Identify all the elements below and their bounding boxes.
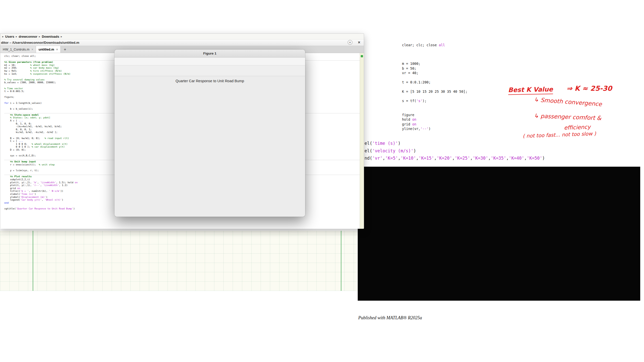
code-line: m = 1000; xyxy=(402,61,467,66)
breadcrumb-separator-icon: ▸ xyxy=(16,35,17,38)
code-line xyxy=(402,57,467,62)
published-note: Published with MATLAB® R2025a xyxy=(358,315,422,321)
figure-titlebar[interactable]: Figure 1 xyxy=(114,50,305,58)
figure1-window: Figure 1 Quarter Car Response to Unit Ro… xyxy=(114,50,305,217)
figure-menubar xyxy=(114,58,305,65)
code-line: K = [5 10 15 20 25 30 35 40 50]; xyxy=(402,89,467,94)
figure-suptitle: Quarter Car Response to Unit Road Bump xyxy=(114,79,305,83)
new-tab-button[interactable]: + xyxy=(61,46,69,53)
editor-title: ditor – /Users/drewconnor/Downloads/unti… xyxy=(1,41,79,44)
breadcrumb: ▸Users▸drewconnor▸Downloads▸ xyxy=(0,34,364,39)
code-line: figure xyxy=(402,113,467,117)
margin-line-left xyxy=(33,231,33,291)
minimize-traffic-light[interactable] xyxy=(123,52,126,55)
screen: clear; clc; close all m = 1000;b = 50;vr… xyxy=(0,0,644,362)
breadcrumb-separator-icon: ▸ xyxy=(61,35,62,38)
code-line: hold on xyxy=(402,117,467,122)
annotation-best-k: Best K Value xyxy=(508,85,553,95)
breadcrumb-separator-icon: ▸ xyxy=(2,35,4,38)
code-line: t = 0:0.1:200; xyxy=(402,80,467,85)
code-line: s = tf('s'); xyxy=(402,99,467,103)
code-line xyxy=(402,94,467,99)
annotation-smooth-convergence: ↳ Smooth convergence xyxy=(534,96,602,108)
breadcrumb-item[interactable]: drewconnor xyxy=(19,35,37,38)
code-line: clear; clc; close all xyxy=(402,43,467,48)
annotation-efficiency: efficiency xyxy=(564,124,591,131)
tab-label: untitled.m xyxy=(38,48,54,51)
figure-canvas: Quarter Car Response to Unit Road Bump xyxy=(114,76,305,217)
indicator-strip xyxy=(360,53,364,229)
tab-label: HW_1_Controls.m xyxy=(3,48,29,51)
subplot-b2000 xyxy=(208,84,284,147)
subplot-b15000 xyxy=(208,147,284,210)
code-line xyxy=(402,85,467,89)
code-line xyxy=(402,52,467,57)
code-ok-indicator xyxy=(361,55,363,57)
breadcrumb-separator-icon: ▸ xyxy=(39,35,41,38)
collapse-panel-icon[interactable]: ▾ xyxy=(348,40,352,45)
close-icon[interactable]: × xyxy=(358,40,360,45)
margin-line-right xyxy=(341,231,341,291)
code-line: b = 50; xyxy=(402,66,467,71)
figure-title: Figure 1 xyxy=(203,52,217,55)
editor-titlebar: ditor – /Users/drewconnor/Downloads/unti… xyxy=(0,39,364,46)
published-code-block: clear; clc; close all m = 1000;b = 50;vr… xyxy=(402,43,467,131)
breadcrumb-item[interactable]: Users xyxy=(5,35,14,38)
code-line: vr = 40; xyxy=(402,71,467,75)
breadcrumb-item[interactable]: Downloads xyxy=(42,35,59,38)
velocity-chart xyxy=(358,167,640,301)
code-line: grid on xyxy=(402,122,467,127)
graph-paper xyxy=(0,231,357,291)
velocity-figure-image xyxy=(358,167,640,301)
code-line xyxy=(402,108,467,113)
annotation-passenger-comfort: ↳ passenger comfort & xyxy=(534,112,601,121)
annotation-k-range: ⇒ K ≈ 25-30 xyxy=(567,84,612,92)
code-line xyxy=(402,48,467,52)
zoom-traffic-light[interactable] xyxy=(128,52,131,55)
code-line: el('velocity (m/s)') xyxy=(365,147,545,155)
editor-tab[interactable]: HW_1_Controls.m× xyxy=(0,46,36,53)
subplot-b500 xyxy=(126,83,201,146)
published-code-labels-block: el('time (s)')el('velocity (m/s)')nd('vr… xyxy=(365,140,545,162)
code-line xyxy=(402,75,467,80)
annotation-not-too-fast: ( not too fast... not too slow ) xyxy=(523,130,596,139)
close-traffic-light[interactable] xyxy=(117,52,121,55)
subplot-b8000 xyxy=(126,147,201,210)
code-line xyxy=(402,103,467,108)
code-line: yline(vr,'--') xyxy=(402,126,467,131)
tab-close-icon[interactable]: × xyxy=(31,48,33,51)
editor-tab[interactable]: untitled.m× xyxy=(36,46,61,53)
tab-close-icon[interactable]: × xyxy=(56,48,58,51)
code-line: el('time (s)') xyxy=(365,140,545,147)
figure-toolbar xyxy=(114,65,305,76)
code-line: nd('vr','K=5','K=10','K=15','K=20','K=25… xyxy=(365,155,545,162)
